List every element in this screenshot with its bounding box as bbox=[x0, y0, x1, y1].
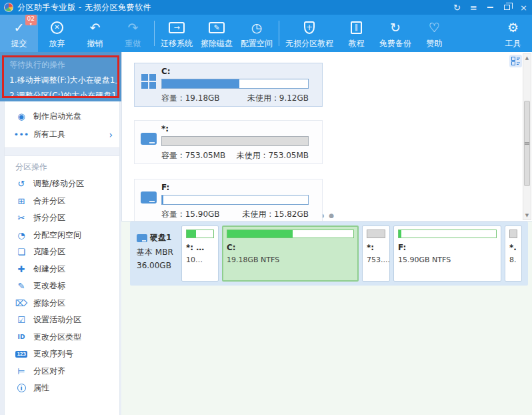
toolbar-separator bbox=[154, 21, 155, 46]
sidebar-item-label: 擦除分区 bbox=[33, 298, 65, 309]
volume-usage-bar bbox=[161, 195, 309, 205]
volume-unused-label: 未使用 : 753.05MB bbox=[237, 150, 309, 161]
sidebar-item-更改分区类型[interactable]: ID更改分区类型 bbox=[5, 329, 119, 346]
sidebar-item-克隆分区[interactable]: ❏克隆分区 bbox=[5, 244, 119, 261]
minimize-button[interactable] bbox=[482, 0, 499, 15]
menu-button[interactable]: ≡ bbox=[465, 0, 482, 15]
toolbar-button-免费备份[interactable]: ↻免费备份 bbox=[375, 15, 415, 52]
volume-letter: F: bbox=[161, 183, 169, 192]
close-button[interactable]: × bbox=[515, 0, 532, 15]
sidebar-item-擦除分区[interactable]: ⌦擦除分区 bbox=[5, 295, 119, 312]
scrollbar-grip-icon bbox=[525, 142, 529, 145]
annotation-red-box: 等待执行的操作 1.移动并调整(F:)大小在硬盘1上2.调整分区(C:)的大小在… bbox=[2, 55, 119, 98]
clone-partition-icon: ❏ bbox=[17, 247, 25, 257]
sidebar-item-更改序列号[interactable]: 123更改序列号 bbox=[5, 346, 119, 363]
sidebar-item-分区对齐[interactable]: ⊨分区对齐 bbox=[5, 363, 119, 380]
sidebar-item-设置活动分区[interactable]: ☑设置活动分区 bbox=[5, 312, 119, 329]
toolbar-button-无损分区教程[interactable]: +无损分区教程 bbox=[281, 15, 337, 52]
properties-info-icon: i bbox=[17, 384, 26, 392]
allocate-space-icon: ◷ bbox=[251, 21, 263, 34]
toolbar-button-放弃[interactable]: ✕放弃 bbox=[38, 15, 76, 52]
toolbar-button-工具[interactable]: ⚙工具 bbox=[494, 15, 532, 52]
sidebar-item-label: 属性 bbox=[33, 382, 49, 394]
partition-usage-fill bbox=[187, 230, 196, 238]
disk-partition-block-*:[interactable]: *:753.... bbox=[362, 226, 390, 282]
partition-tutorial-shield-icon: + bbox=[304, 21, 315, 34]
wipe-disk-icon: ✎ bbox=[209, 22, 225, 33]
volume-usage-fill bbox=[162, 79, 239, 88]
maximize-button[interactable] bbox=[499, 0, 515, 15]
toolbar-button-迁移系统[interactable]: →迁移系统 bbox=[157, 15, 197, 52]
volume-unused-label: 未使用 : 9.12GB bbox=[247, 93, 309, 104]
volume-card-C:[interactable]: C:容量 : 19.18GB未使用 : 9.12GB bbox=[134, 63, 323, 107]
volume-capacity-label: 容量 : 19.18GB bbox=[161, 93, 220, 104]
partition-name-label: *: bbox=[367, 243, 385, 252]
toolbar-button-label: 擦除磁盘 bbox=[201, 38, 233, 49]
toolbar-button-教程[interactable]: ‖教程 bbox=[337, 15, 375, 52]
volume-card-F:[interactable]: F:容量 : 15.90GB未使用 : 15.82GB bbox=[134, 179, 323, 222]
toolbar-button-label: 赞助 bbox=[427, 38, 443, 49]
pending-operations-list: 1.移动并调整(F:)大小在硬盘1上2.调整分区(C:)的大小在硬盘1上 bbox=[9, 75, 117, 98]
sidebar-item-创建分区[interactable]: ✚创建分区 bbox=[5, 261, 119, 278]
sidebar-item-属性[interactable]: i属性 bbox=[5, 380, 119, 397]
scrollbar-track[interactable] bbox=[523, 62, 531, 212]
boot-disc-icon: ◉ bbox=[17, 111, 25, 121]
allocate-free-space-icon: ◔ bbox=[17, 230, 25, 240]
disk-icon bbox=[141, 191, 157, 203]
sidebar-item-调整/移动分区[interactable]: ↺调整/移动分区 bbox=[5, 175, 119, 193]
pending-count-badge[interactable]: 02▾ bbox=[25, 15, 37, 25]
migrate-os-icon: → bbox=[169, 22, 185, 33]
toolbar-button-提交[interactable]: ✓提交02▾ bbox=[0, 15, 38, 52]
scroll-down-icon[interactable]: ▼ bbox=[525, 212, 529, 220]
pending-operation-item: 2.调整分区(C:)的大小在硬盘1上 bbox=[9, 90, 117, 98]
toolbar-button-label: 教程 bbox=[349, 38, 365, 49]
partition-usage-fill bbox=[227, 230, 293, 238]
close-icon: × bbox=[520, 3, 527, 13]
sidebar-item-更改卷标[interactable]: ✎更改卷标 bbox=[5, 278, 119, 295]
discard-icon: ✕ bbox=[51, 21, 63, 34]
windows-logo-icon bbox=[141, 74, 156, 89]
toolbar-button-赞助[interactable]: ♡赞助 bbox=[415, 15, 453, 52]
maximize-icon bbox=[504, 5, 510, 10]
disk-partition-block-C:[interactable]: C:19.18GB NTFS bbox=[222, 226, 359, 282]
partition-operations-list: ↺调整/移动分区⊞合并分区✂拆分分区◔分配空闲空间❏克隆分区✚创建分区✎更改卷标… bbox=[5, 175, 119, 397]
refresh-button[interactable]: ↻ bbox=[449, 0, 465, 15]
sidebar-item-分配空闲空间[interactable]: ◔分配空闲空间 bbox=[5, 227, 119, 244]
chevron-right-icon: › bbox=[109, 129, 113, 140]
sidebar-item-拆分分区[interactable]: ✂拆分分区 bbox=[5, 210, 119, 227]
sidebar-item-label: 创建分区 bbox=[33, 264, 65, 275]
vertical-scrollbar[interactable]: ▲ ▼ bbox=[523, 53, 531, 220]
scroll-up-icon[interactable]: ▲ bbox=[525, 54, 529, 62]
partition-usage-bar bbox=[227, 230, 354, 238]
commit-check-icon: ✓ bbox=[14, 21, 25, 34]
volume-letter: *: bbox=[161, 124, 169, 133]
split-partition-icon: ✂ bbox=[18, 213, 25, 223]
toolbar-button-label: 放弃 bbox=[49, 38, 65, 49]
volume-capacity-label: 容量 : 753.05MB bbox=[161, 150, 225, 161]
disk-partition-block-F:[interactable]: F:15.90GB NTFS bbox=[393, 226, 501, 282]
disk-icon bbox=[137, 234, 147, 242]
partition-usage-bar bbox=[398, 230, 497, 238]
disk-partition-block-*: …[interactable]: *: …10… bbox=[181, 226, 219, 282]
view-toggle-button[interactable] bbox=[509, 55, 522, 67]
sidebar-item-制作启动光盘[interactable]: ◉制作启动光盘 bbox=[5, 107, 119, 125]
toolbar-button-擦除磁盘[interactable]: ✎擦除磁盘 bbox=[197, 15, 237, 52]
partition-usage-fill bbox=[399, 230, 401, 238]
change-volume-label-icon: ✎ bbox=[18, 281, 25, 291]
disk-info[interactable]: 硬盘1 基本 MBR 36.00GB bbox=[134, 226, 178, 282]
sidebar-item-所有工具[interactable]: •••所有工具› bbox=[5, 125, 119, 143]
pending-operations-title: 等待执行的操作 bbox=[9, 59, 117, 71]
sidebar-item-label: 制作启动光盘 bbox=[33, 111, 81, 122]
scrollbar-thumb[interactable] bbox=[524, 101, 530, 186]
disk-type: 基本 MBR bbox=[137, 247, 178, 258]
toolbar-button-撤销[interactable]: ↶撤销 bbox=[76, 15, 114, 52]
volume-usage-bar bbox=[161, 79, 309, 89]
toolbar-button-label: 无损分区教程 bbox=[285, 38, 333, 49]
window-title: 分区助手专业版 - 无损分区免费软件 bbox=[17, 2, 151, 13]
badge-caret-icon: ▾ bbox=[27, 22, 35, 25]
sidebar: 等待执行的操作 1.移动并调整(F:)大小在硬盘1上2.调整分区(C:)的大小在… bbox=[0, 52, 121, 415]
volume-card-*:[interactable]: *:容量 : 753.05MB未使用 : 753.05MB bbox=[134, 120, 323, 164]
disk-partition-block-*.[interactable]: *.8. bbox=[505, 226, 522, 282]
toolbar-button-配置空间[interactable]: ◷配置空间 bbox=[237, 15, 277, 52]
sidebar-item-合并分区[interactable]: ⊞合并分区 bbox=[5, 193, 119, 210]
